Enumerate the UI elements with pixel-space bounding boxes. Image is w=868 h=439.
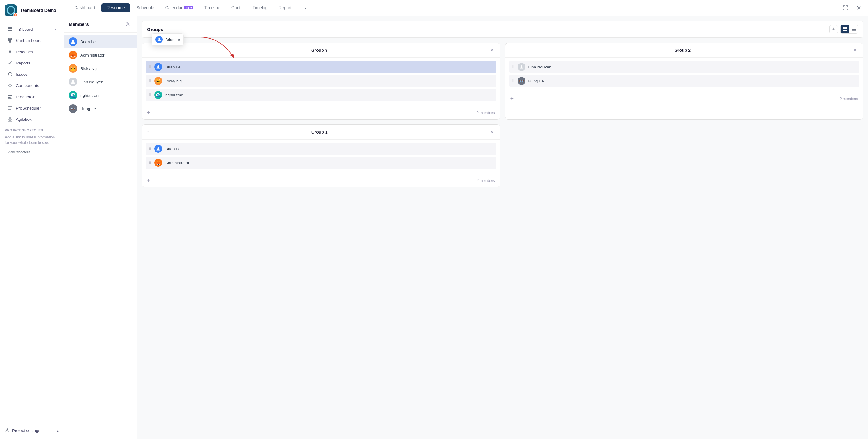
member-item-admin[interactable]: 🦊 Administrator [64,49,136,62]
tab-gantt[interactable]: Gantt [226,0,247,16]
group1-member-brian: ⠿ Brian Le [146,143,496,155]
fullscreen-button[interactable] [841,4,850,12]
svg-rect-17 [8,97,10,99]
sidebar-item-issues[interactable]: Issues [2,69,61,80]
sidebar-item-agilebox[interactable]: Agilebox [2,114,61,125]
grid-view-button[interactable] [841,25,849,33]
group1-member-admin: ⠿ 🦊 Administrator [146,157,496,169]
sidebar-item-proscheduler[interactable]: ProScheduler [2,102,61,114]
list-view-button[interactable] [849,25,858,33]
sidebar-item-productgo[interactable]: ProductGo [2,91,61,102]
drag-tooltip: Brian Le [152,33,184,45]
svg-rect-1 [10,27,12,29]
avatar-linh [69,77,77,86]
group2-linh-handle[interactable]: ⠿ [512,65,515,69]
svg-rect-15 [8,95,10,96]
shortcuts-section-title: PROJECT SHORTCUTS [0,125,64,133]
issues-label: Issues [16,72,28,77]
drag-tooltip-avatar [155,36,163,43]
tab-timelog[interactable]: Timelog [247,0,273,16]
member-item-linh[interactable]: Linh Nguyen [64,75,136,89]
tab-resource[interactable]: Resource [101,3,130,12]
app-logo: ⚙ [5,4,17,17]
group1-footer: + 2 members [142,174,500,187]
group1-brian-handle[interactable]: ⠿ [149,147,151,151]
sidebar-item-components[interactable]: Components [2,80,61,91]
svg-rect-16 [10,95,12,96]
sidebar-item-reports[interactable]: Reports [2,58,61,68]
settings-button[interactable] [855,4,863,12]
agilebox-icon [7,117,13,122]
group3-member0-handle[interactable]: ⠿ [149,65,151,69]
tbboard-label: TB board [16,27,33,32]
group1-close-button[interactable]: × [489,129,495,135]
tab-calendar[interactable]: Calendar NEW [160,0,199,16]
sidebar-item-tbboard[interactable]: TB board ▾ [2,24,61,35]
group2-hung-handle[interactable]: ⠿ [512,79,515,83]
group3-member0-avatar [154,63,162,71]
group2-drag-handle[interactable]: ⠿ [510,48,513,53]
svg-rect-33 [843,30,845,31]
members-list: Brian Le 🦊 Administrator 🐱 Ricky Ng [64,33,136,118]
member-item-nghia[interactable]: 🌊 nghia tran [64,89,136,102]
tab-report[interactable]: Report [273,0,297,16]
tab-schedule[interactable]: Schedule [131,0,159,16]
collapse-sidebar-button[interactable]: « [54,427,61,435]
svg-point-41 [521,65,522,67]
member-item-brian[interactable]: Brian Le [64,35,136,49]
groups-grid: ⠿ Group 3 × ⠿ [142,42,863,187]
group3-nghia-handle[interactable]: ⠿ [149,93,151,97]
group2-title: Group 2 [513,48,852,53]
group1-admin-handle[interactable]: ⠿ [149,161,151,165]
add-group-button[interactable]: + [829,25,838,33]
member-item-ricky[interactable]: 🐱 Ricky Ng [64,62,136,75]
group2-member-count: 2 members [840,97,858,101]
group1-add-member-button[interactable]: + [147,177,151,184]
tab-timeline[interactable]: Timeline [199,0,226,16]
group3-drag-handle[interactable]: ⠿ [147,48,150,53]
group2-add-member-button[interactable]: + [510,95,514,102]
group3-ricky-handle[interactable]: ⠿ [149,79,151,83]
tab-dashboard[interactable]: Dashboard [69,0,101,16]
components-label: Components [16,83,39,88]
project-settings-button[interactable]: Project settings [2,426,42,435]
group1-members: ⠿ Brian Le ⠿ 🦊 [142,139,500,174]
kanban-icon [7,38,13,43]
group3-ricky-name: Ricky Ng [165,79,182,83]
proscheduler-icon [7,105,13,111]
reports-icon [7,60,13,66]
group2-close-button[interactable]: × [852,47,858,53]
group2-hung-avatar: 👓 [518,77,525,85]
member-name-admin: Administrator [80,53,105,58]
more-tabs-button[interactable]: ⋯ [298,5,310,11]
settings-icon [5,428,10,434]
svg-rect-32 [845,27,847,29]
main-area: Dashboard Resource Schedule Calendar NEW… [64,0,868,439]
svg-rect-34 [845,30,847,31]
group3-header: ⠿ Group 3 × [142,43,500,58]
group1-admin-name: Administrator [165,161,190,165]
avatar-admin: 🦊 [69,51,77,59]
group-card-group3: ⠿ Group 3 × ⠿ [142,42,500,120]
sidebar-nav: TB board ▾ Kanban board Releases [0,21,64,422]
members-settings-button[interactable] [124,20,132,28]
group3-add-member-button[interactable]: + [147,109,151,116]
member-item-hung[interactable]: 👓 Hung Le [64,102,136,115]
content-area: Members Brian [64,16,868,439]
group3-nghia-avatar: 🌊 [154,91,162,99]
tbboard-chevron: ▾ [55,28,56,31]
proscheduler-label: ProScheduler [16,106,41,111]
sidebar-item-kanban[interactable]: Kanban board [2,35,61,46]
drag-tooltip-name: Brian Le [165,37,180,42]
kanban-label: Kanban board [16,38,42,43]
groups-header-actions: + [829,25,858,34]
svg-point-26 [7,430,8,431]
group3-member0-name: Brian Le [165,65,180,69]
group1-brian-name: Brian Le [165,147,180,151]
topnav-icons [841,4,863,12]
group1-header: ⠿ Group 1 × [142,125,500,139]
add-shortcut-button[interactable]: + Add shortcut [0,148,64,156]
sidebar-item-releases[interactable]: Releases [2,46,61,57]
group3-close-button[interactable]: × [489,47,495,53]
group1-drag-handle[interactable]: ⠿ [147,130,150,134]
